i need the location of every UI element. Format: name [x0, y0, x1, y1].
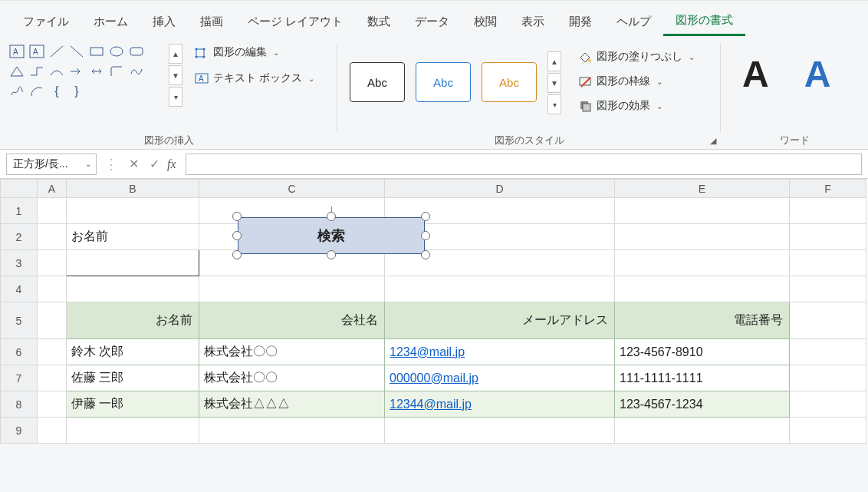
shape-brace-l-icon[interactable]: { — [48, 82, 66, 101]
table-row-mail[interactable]: 12344@mail.jp — [385, 391, 615, 418]
gallery-down-icon[interactable]: ▼ — [547, 73, 561, 93]
row-header-1[interactable]: 1 — [1, 198, 38, 224]
tab-shape-format[interactable]: 図形の書式 — [663, 7, 745, 36]
row-header-5[interactable]: 5 — [1, 302, 38, 339]
table-header-company[interactable]: 会社名 — [199, 302, 385, 339]
table-row[interactable]: 株式会社〇〇 — [199, 339, 385, 365]
cell[interactable] — [790, 302, 866, 339]
cell[interactable] — [38, 365, 67, 391]
cell[interactable] — [615, 224, 790, 250]
tab-file[interactable]: ファイル — [11, 8, 81, 35]
table-header-name[interactable]: お名前 — [67, 302, 199, 339]
select-all-corner[interactable] — [1, 180, 38, 198]
shape-line-icon[interactable] — [48, 42, 66, 61]
cancel-entry-icon[interactable]: ✕ — [126, 157, 142, 171]
cell[interactable] — [790, 339, 866, 365]
row-header-6[interactable]: 6 — [1, 339, 38, 365]
shape-brace-r-icon[interactable]: } — [67, 82, 86, 101]
resize-handle[interactable] — [232, 212, 242, 221]
shape-flow1-icon[interactable] — [107, 62, 126, 81]
row-header-8[interactable]: 8 — [1, 391, 38, 418]
text-box-button[interactable]: A テキスト ボックス ⌄ — [190, 68, 319, 88]
cell[interactable] — [38, 250, 67, 276]
resize-handle[interactable] — [232, 250, 242, 259]
table-row[interactable]: 株式会社△△△ — [199, 391, 385, 418]
dialog-launcher-icon[interactable]: ◢ — [710, 136, 716, 146]
cell[interactable] — [38, 339, 67, 365]
tab-data[interactable]: データ — [403, 8, 462, 35]
style-tile-3[interactable]: Abc — [482, 62, 537, 102]
row-header-3[interactable]: 3 — [1, 250, 38, 276]
gallery-down-icon[interactable]: ▼ — [169, 65, 182, 85]
fx-icon[interactable]: fx — [167, 157, 176, 171]
cell[interactable] — [790, 391, 866, 418]
resize-handle[interactable] — [421, 231, 430, 240]
tab-draw[interactable]: 描画 — [188, 8, 235, 35]
gallery-more-icon[interactable]: ▾ — [169, 87, 182, 107]
table-row[interactable]: 123-4567-1234 — [615, 391, 790, 418]
shape-effects-button[interactable]: 図形の効果 ⌄ — [574, 96, 699, 116]
cell[interactable] — [615, 198, 790, 224]
shape-line2-icon[interactable] — [67, 42, 86, 61]
cell[interactable] — [385, 276, 615, 302]
cell[interactable] — [67, 198, 199, 224]
shape-curve-icon[interactable] — [48, 62, 66, 81]
cell[interactable] — [38, 224, 67, 250]
tab-insert[interactable]: 挿入 — [140, 8, 188, 35]
col-header-A[interactable]: A — [38, 180, 67, 198]
style-tile-2[interactable]: Abc — [416, 62, 471, 102]
shape-textbox-icon[interactable]: A — [8, 42, 26, 61]
tab-home[interactable]: ホーム — [81, 8, 140, 35]
shape-rect-icon[interactable] — [87, 42, 106, 61]
shape-styles-gallery[interactable]: Abc Abc Abc ▲ ▼ ▾ — [345, 42, 566, 122]
cell[interactable] — [790, 198, 866, 224]
gallery-more-icon[interactable]: ▾ — [547, 94, 561, 114]
table-row-mail[interactable]: 1234@mail.jp — [385, 339, 615, 365]
style-tile-1[interactable]: Abc — [350, 62, 405, 102]
cell[interactable] — [790, 276, 866, 302]
table-row[interactable]: 伊藤 一郎 — [67, 391, 199, 418]
shape-oval-icon[interactable] — [107, 42, 126, 61]
wordart-style-black[interactable]: A — [728, 47, 783, 101]
cell[interactable] — [615, 276, 790, 302]
shape-arrow-icon[interactable] — [67, 62, 86, 81]
table-row[interactable]: 株式会社〇〇 — [199, 365, 385, 391]
cell[interactable] — [790, 250, 866, 276]
gallery-up-icon[interactable]: ▲ — [169, 44, 182, 64]
shape-arc-icon[interactable] — [28, 82, 46, 101]
shape-dblarrow-icon[interactable] — [87, 62, 106, 81]
row-header-4[interactable]: 4 — [1, 276, 38, 302]
resize-handle[interactable] — [421, 250, 430, 259]
row-header-7[interactable]: 7 — [1, 365, 38, 391]
row-header-2[interactable]: 2 — [1, 224, 38, 250]
shape-roundrect-icon[interactable] — [127, 42, 146, 61]
tab-formulas[interactable]: 数式 — [355, 8, 403, 35]
cell[interactable] — [38, 198, 67, 224]
cell[interactable] — [38, 302, 67, 339]
cell[interactable] — [67, 276, 199, 302]
cell[interactable] — [615, 250, 790, 276]
shape-rect[interactable]: 検索 — [238, 217, 425, 254]
col-header-F[interactable]: F — [790, 180, 866, 198]
formula-input[interactable] — [186, 154, 862, 175]
tab-help[interactable]: ヘルプ — [604, 8, 663, 35]
resize-handle[interactable] — [327, 212, 336, 221]
cell[interactable] — [38, 276, 67, 302]
cell[interactable] — [199, 276, 385, 302]
cell[interactable] — [790, 418, 866, 444]
tab-page-layout[interactable]: ページ レイアウト — [235, 8, 355, 35]
wordart-style-blue[interactable]: A — [791, 47, 845, 101]
edit-shape-button[interactable]: 図形の編集 ⌄ — [190, 42, 319, 62]
cell[interactable] — [385, 418, 615, 444]
shapes-gallery[interactable]: A A { } — [8, 42, 161, 101]
shape-outline-button[interactable]: 図形の枠線 ⌄ — [574, 71, 699, 91]
table-row[interactable]: 鈴木 次郎 — [67, 339, 199, 365]
cell[interactable] — [790, 365, 866, 391]
shape-search-button[interactable]: 検索 — [230, 210, 432, 262]
col-header-B[interactable]: B — [67, 180, 199, 198]
cell[interactable] — [38, 418, 67, 444]
cell-B2[interactable]: お名前 — [67, 224, 199, 250]
shape-triangle-icon[interactable] — [8, 62, 26, 81]
shape-scribble-icon[interactable] — [8, 82, 26, 101]
table-row-mail[interactable]: 000000@mail.jp — [385, 365, 615, 391]
